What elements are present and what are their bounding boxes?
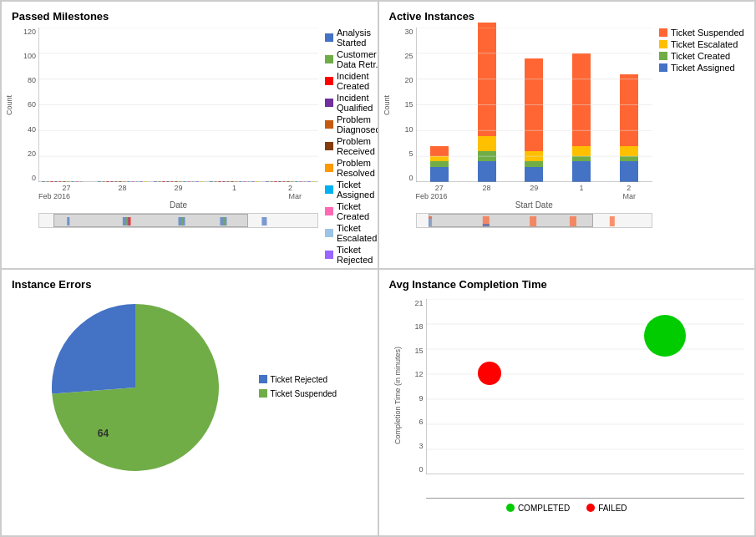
pm-bar [231,181,234,182]
pm-bar [67,181,70,182]
pm-x-labels: 27 28 29 1 2 [12,184,318,192]
scatter-y-label-container: Completion Time (in minutes) [389,296,406,496]
pm-chart-left: Count 120 100 80 60 40 20 0 [12,28,318,211]
avg-completion-panel: Avg Instance Completion Time Completion … [378,269,756,537]
pm-bar [135,181,139,182]
pm-bar [287,181,290,182]
ai-stacked-seg [572,53,591,146]
scatter-x-axis [389,498,745,499]
pm-bar [226,181,230,182]
scatter-legend: COMPLETED FAILED [389,504,745,513]
scatter-legend-failed-dot [586,504,595,512]
pm-bar [144,181,147,182]
svg-rect-15 [223,217,226,225]
scatter-dot-completed [644,315,686,357]
pm-bar [119,181,122,182]
pm-bar [179,181,182,182]
ai-stacked-seg [478,136,496,152]
legend-color-problem-diagnosed [325,120,333,129]
pm-bar [200,181,203,182]
pm-bar [278,181,282,182]
ai-minimap[interactable] [416,213,653,228]
scatter-legend-failed: FAILED [586,504,627,513]
scatter-legend-completed-dot [506,504,515,512]
pm-bar [210,181,213,182]
scatter-gridlines [426,299,745,474]
pm-chart-wrapper: Count 120 100 80 60 40 20 0 [12,28,368,211]
pm-bar [154,181,157,182]
scatter-dot-failed [478,362,501,385]
pm-y-label: Count [5,94,13,114]
legend-color-incident-qualified [325,99,333,107]
pm-bar [123,181,126,182]
pm-bar [235,181,238,182]
pm-bar [251,181,255,182]
pm-bar [102,181,105,182]
pie-container: 64 61 Ticket Rejected Ticket Suspended [12,296,368,479]
ai-y-ticks: 30 25 20 15 10 5 0 [389,28,416,182]
instance-errors-title: Instance Errors [12,278,368,291]
ai-chart-wrapper: Count 30 25 20 15 10 5 0 [389,28,745,211]
pm-bar-group [154,181,203,182]
scatter-container: Completion Time (in minutes) 21 18 15 12… [389,296,745,513]
legend-color-ticket-assigned-ai [659,63,667,72]
legend-color-ticket-escalated-ai [659,40,667,48]
pm-bar [307,181,311,182]
pm-bar [239,181,242,182]
scatter-plot [426,299,745,496]
svg-rect-29 [530,216,536,226]
ai-x-labels: 27 28 29 1 2 [389,184,653,192]
pm-bar [46,181,49,182]
scatter-area: Completion Time (in minutes) 21 18 15 12… [389,296,745,496]
ai-stacked-seg [525,58,543,151]
pm-bars-wrapper [38,28,318,182]
pm-bar [222,181,226,182]
ai-stacked-group [517,58,551,182]
svg-rect-26 [429,216,432,219]
pm-minimap[interactable] [38,213,318,228]
ai-x-title: Start Date [389,200,653,210]
legend-color-ticket-assigned [325,185,333,194]
pm-bar [175,181,178,182]
pm-bar [243,181,246,182]
active-instances-panel: Active Instances Count 30 25 20 15 10 5 [378,1,756,269]
pm-bar [214,181,217,182]
ai-stacked-group [469,23,504,182]
scatter-legend-completed-label: COMPLETED [518,504,570,513]
pm-bar [291,181,294,182]
ai-stacked-group [565,53,599,182]
pm-bar [166,181,170,182]
pie-legend: Ticket Rejected Ticket Suspended [259,375,368,400]
pie-wrapper: 64 61 [12,304,259,471]
ai-stacked-seg [478,23,496,136]
pm-bar-group [210,181,259,182]
ai-x-sublabels: Feb 2016 Mar [389,192,653,200]
scatter-y-ticks: 21 18 15 12 9 6 3 0 [406,299,426,474]
pm-bar [131,181,134,182]
pm-bar [71,181,74,182]
scatter-y-label: Completion Time (in minutes) [393,347,402,444]
ai-stacked-seg [478,161,496,182]
pm-bar [50,181,53,182]
pm-bar [127,181,130,182]
pm-bar [162,181,165,182]
pm-bar [282,181,286,182]
pm-bar [170,181,174,182]
pm-bar [42,181,45,182]
ai-stacked-seg [525,151,543,161]
pm-bar [75,181,79,182]
pm-bar [187,181,190,182]
legend-color-ticket-created [325,207,333,215]
pm-x-title: Date [12,200,318,210]
pm-bar [58,181,62,182]
pie-label-suspended: 64 [98,428,109,439]
legend-color-ticket-suspended-pie [259,389,267,398]
ai-stacked-seg [430,146,449,156]
pm-bar [299,181,302,182]
pm-bar [195,181,199,182]
dashboard: Passed Milestones Count 120 100 80 60 40… [0,0,756,537]
pie-label-rejected: 61 [215,428,226,439]
pm-bar-group [98,181,147,182]
ai-stacked-group [611,74,646,182]
pm-bar [266,181,269,182]
